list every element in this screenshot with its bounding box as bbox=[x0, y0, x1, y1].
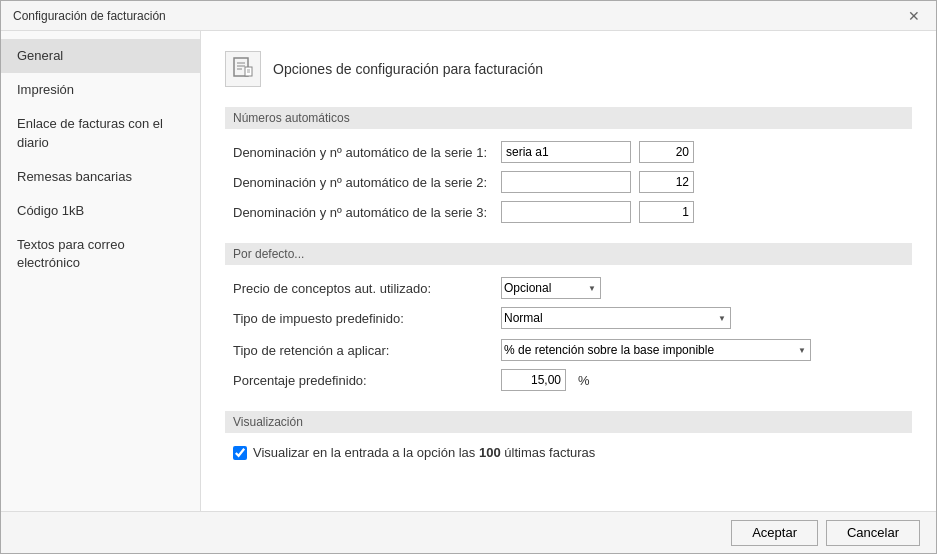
title-bar: Configuración de facturación ✕ bbox=[1, 1, 936, 31]
precio-label: Precio de conceptos aut. utilizado: bbox=[233, 281, 493, 296]
section-header-numeros: Números automáticos bbox=[225, 107, 912, 129]
window-title: Configuración de facturación bbox=[13, 9, 166, 23]
retencion-row: Tipo de retención a aplicar: % de retenc… bbox=[225, 339, 912, 361]
serie3-label: Denominación y nº automático de la serie… bbox=[233, 205, 493, 220]
tipo-impuesto-row: Tipo de impuesto predefinido: Normal Red… bbox=[225, 307, 912, 329]
footer: Aceptar Cancelar bbox=[1, 511, 936, 553]
sidebar: General Impresión Enlace de facturas con… bbox=[1, 31, 201, 511]
main-window: Configuración de facturación ✕ General I… bbox=[0, 0, 937, 554]
cancel-button[interactable]: Cancelar bbox=[826, 520, 920, 546]
section-por-defecto: Por defecto... Precio de conceptos aut. … bbox=[225, 243, 912, 391]
serie1-text-input[interactable] bbox=[501, 141, 631, 163]
content-area: General Impresión Enlace de facturas con… bbox=[1, 31, 936, 511]
retencion-label: Tipo de retención a aplicar: bbox=[233, 343, 493, 358]
panel-title: Opciones de configuración para facturaci… bbox=[273, 61, 543, 77]
tipo-impuesto-select-wrapper: Normal Reducido Superreducido Exento bbox=[501, 307, 731, 329]
tipo-impuesto-select[interactable]: Normal Reducido Superreducido Exento bbox=[501, 307, 731, 329]
close-button[interactable]: ✕ bbox=[904, 9, 924, 23]
precio-select[interactable]: Opcional Obligatorio No usar bbox=[501, 277, 601, 299]
serie1-label: Denominación y nº automático de la serie… bbox=[233, 145, 493, 160]
porcentaje-input-group: % bbox=[501, 369, 590, 391]
porcentaje-label: Porcentaje predefinido: bbox=[233, 373, 493, 388]
checkbox-row: Visualizar en la entrada a la opción las… bbox=[225, 445, 912, 460]
precio-select-wrapper: Opcional Obligatorio No usar bbox=[501, 277, 601, 299]
retencion-select-wrapper: % de retención sobre la base imponible I… bbox=[501, 339, 811, 361]
panel-header: Opciones de configuración para facturaci… bbox=[225, 51, 912, 87]
document-icon bbox=[232, 57, 254, 81]
sidebar-item-general[interactable]: General bbox=[1, 39, 200, 73]
checkbox-label: Visualizar en la entrada a la opción las… bbox=[253, 445, 595, 460]
sidebar-item-codigo[interactable]: Código 1kB bbox=[1, 194, 200, 228]
porcentaje-input[interactable] bbox=[501, 369, 566, 391]
percent-unit: % bbox=[578, 373, 590, 388]
sidebar-item-textos[interactable]: Textos para correo electrónico bbox=[1, 228, 200, 280]
serie2-row: Denominación y nº automático de la serie… bbox=[225, 171, 912, 193]
svg-rect-4 bbox=[245, 67, 252, 76]
sidebar-item-remesas[interactable]: Remesas bancarias bbox=[1, 160, 200, 194]
porcentaje-row: Porcentaje predefinido: % bbox=[225, 369, 912, 391]
sidebar-item-impresion[interactable]: Impresión bbox=[1, 73, 200, 107]
section-visualizacion: Visualización Visualizar en la entrada a… bbox=[225, 411, 912, 460]
serie1-num-input[interactable] bbox=[639, 141, 694, 163]
panel-icon bbox=[225, 51, 261, 87]
section-header-defecto: Por defecto... bbox=[225, 243, 912, 265]
section-numeros-automaticos: Números automáticos Denominación y nº au… bbox=[225, 107, 912, 223]
serie3-num-input[interactable] bbox=[639, 201, 694, 223]
serie2-text-input[interactable] bbox=[501, 171, 631, 193]
section-header-visualizacion: Visualización bbox=[225, 411, 912, 433]
tipo-impuesto-label: Tipo de impuesto predefinido: bbox=[233, 311, 493, 326]
sidebar-item-enlace[interactable]: Enlace de facturas con el diario bbox=[1, 107, 200, 159]
serie3-text-input[interactable] bbox=[501, 201, 631, 223]
main-panel: Opciones de configuración para facturaci… bbox=[201, 31, 936, 511]
retencion-select[interactable]: % de retención sobre la base imponible I… bbox=[501, 339, 811, 361]
precio-row: Precio de conceptos aut. utilizado: Opci… bbox=[225, 277, 912, 299]
serie3-row: Denominación y nº automático de la serie… bbox=[225, 201, 912, 223]
serie1-row: Denominación y nº automático de la serie… bbox=[225, 141, 912, 163]
serie2-label: Denominación y nº automático de la serie… bbox=[233, 175, 493, 190]
serie2-num-input[interactable] bbox=[639, 171, 694, 193]
accept-button[interactable]: Aceptar bbox=[731, 520, 818, 546]
visualizar-checkbox[interactable] bbox=[233, 446, 247, 460]
